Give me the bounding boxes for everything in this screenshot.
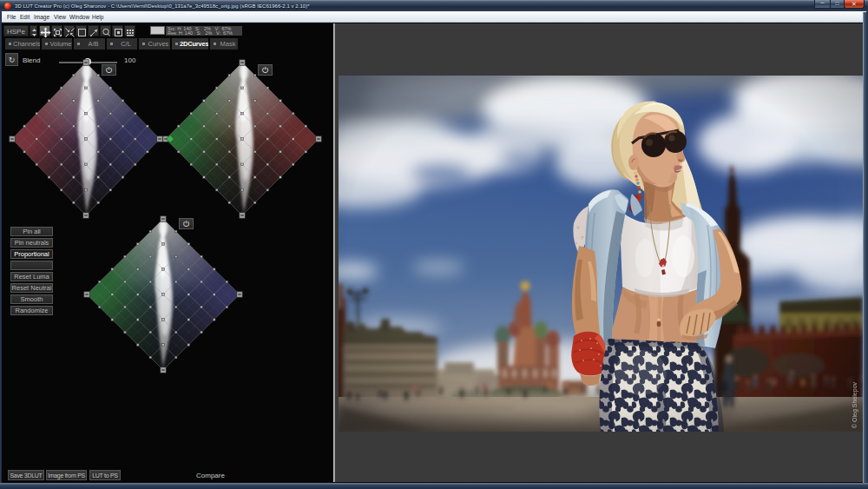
- svg-text:© Oleg Shelepov: © Oleg Shelepov: [852, 381, 858, 428]
